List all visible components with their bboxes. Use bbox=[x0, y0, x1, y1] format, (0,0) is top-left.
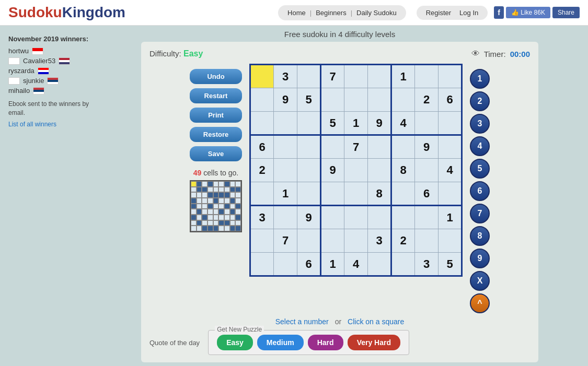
sudoku-cell[interactable]: 1 bbox=[274, 182, 297, 206]
sudoku-cell[interactable]: 7 bbox=[321, 65, 344, 88]
num-btn-6[interactable]: 6 bbox=[470, 181, 490, 201]
clear-button[interactable]: X bbox=[470, 271, 490, 291]
sudoku-cell[interactable] bbox=[250, 112, 274, 135]
nav-beginners[interactable]: Beginners bbox=[312, 7, 351, 18]
sudoku-cell[interactable]: 9 bbox=[368, 112, 391, 135]
sudoku-cell[interactable]: 6 bbox=[297, 253, 321, 276]
sudoku-cell[interactable] bbox=[344, 159, 368, 182]
sudoku-cell[interactable] bbox=[368, 65, 391, 88]
register-button[interactable]: Register bbox=[423, 8, 454, 18]
sudoku-cell[interactable]: 1 bbox=[321, 253, 344, 276]
fb-share-button[interactable]: Share bbox=[552, 7, 580, 18]
sudoku-cell[interactable]: 6 bbox=[415, 182, 439, 206]
fb-like-button[interactable]: 👍 Like 86K bbox=[506, 7, 550, 18]
sudoku-cell[interactable] bbox=[391, 182, 415, 206]
sudoku-cell[interactable] bbox=[274, 112, 297, 135]
sudoku-cell[interactable] bbox=[439, 65, 462, 88]
sudoku-cell[interactable]: 4 bbox=[391, 112, 415, 135]
sudoku-cell[interactable] bbox=[250, 253, 274, 276]
sudoku-cell[interactable] bbox=[368, 135, 391, 159]
sudoku-cell[interactable]: 6 bbox=[439, 88, 462, 112]
num-btn-5[interactable]: 5 bbox=[470, 159, 490, 179]
sudoku-cell[interactable]: 5 bbox=[439, 253, 462, 276]
easy-button[interactable]: Easy bbox=[217, 335, 253, 350]
sudoku-cell[interactable] bbox=[415, 206, 439, 229]
login-button[interactable]: Log In bbox=[456, 8, 481, 18]
sudoku-cell[interactable]: 1 bbox=[439, 206, 462, 229]
sudoku-cell[interactable] bbox=[368, 206, 391, 229]
sudoku-cell[interactable] bbox=[297, 229, 321, 253]
sudoku-cell[interactable] bbox=[321, 135, 344, 159]
sudoku-cell[interactable] bbox=[344, 88, 368, 112]
print-button[interactable]: Print bbox=[190, 108, 242, 123]
sudoku-cell[interactable] bbox=[391, 253, 415, 276]
sudoku-cell[interactable] bbox=[297, 65, 321, 88]
sudoku-cell[interactable] bbox=[368, 88, 391, 112]
sudoku-cell[interactable]: 2 bbox=[391, 229, 415, 253]
sudoku-cell[interactable] bbox=[344, 65, 368, 88]
sudoku-cell[interactable] bbox=[321, 206, 344, 229]
sudoku-cell[interactable] bbox=[368, 159, 391, 182]
sudoku-cell[interactable]: 9 bbox=[321, 159, 344, 182]
sudoku-cell[interactable] bbox=[439, 135, 462, 159]
sudoku-cell[interactable] bbox=[415, 112, 439, 135]
sudoku-cell[interactable] bbox=[368, 253, 391, 276]
sudoku-cell[interactable] bbox=[391, 135, 415, 159]
sudoku-cell[interactable]: 5 bbox=[297, 88, 321, 112]
save-button[interactable]: Save bbox=[190, 146, 242, 161]
undo-button[interactable]: Undo bbox=[190, 69, 242, 84]
sudoku-cell[interactable]: 9 bbox=[297, 206, 321, 229]
sudoku-cell[interactable] bbox=[297, 182, 321, 206]
sudoku-cell[interactable]: 8 bbox=[368, 182, 391, 206]
sudoku-cell[interactable]: 6 bbox=[250, 135, 274, 159]
sudoku-cell[interactable]: 9 bbox=[415, 135, 439, 159]
num-btn-4[interactable]: 4 bbox=[470, 136, 490, 156]
sudoku-cell[interactable] bbox=[274, 135, 297, 159]
sudoku-cell[interactable]: 9 bbox=[274, 88, 297, 112]
very-hard-button[interactable]: Very Hard bbox=[348, 335, 400, 350]
sudoku-cell[interactable] bbox=[321, 182, 344, 206]
restore-button[interactable]: Restore bbox=[190, 127, 242, 142]
sudoku-cell[interactable] bbox=[344, 206, 368, 229]
sudoku-cell[interactable] bbox=[391, 206, 415, 229]
restart-button[interactable]: Restart bbox=[190, 88, 242, 103]
sudoku-cell[interactable] bbox=[274, 159, 297, 182]
sudoku-cell[interactable]: 3 bbox=[274, 65, 297, 88]
sudoku-cell[interactable] bbox=[274, 206, 297, 229]
sudoku-cell[interactable] bbox=[297, 135, 321, 159]
sudoku-cell[interactable] bbox=[344, 182, 368, 206]
sudoku-cell[interactable]: 2 bbox=[415, 88, 439, 112]
eye-icon[interactable]: 👁 bbox=[471, 49, 480, 58]
sudoku-cell[interactable] bbox=[250, 88, 274, 112]
sudoku-cell[interactable]: 4 bbox=[344, 253, 368, 276]
num-btn-1[interactable]: 1 bbox=[470, 69, 490, 89]
sudoku-cell[interactable] bbox=[250, 229, 274, 253]
sudoku-cell[interactable] bbox=[344, 229, 368, 253]
sudoku-cell[interactable]: 3 bbox=[250, 206, 274, 229]
sudoku-cell[interactable] bbox=[250, 65, 274, 88]
sudoku-cell[interactable]: 8 bbox=[391, 159, 415, 182]
sudoku-grid[interactable]: 37195265194679298418639173261435 bbox=[249, 64, 463, 277]
sudoku-cell[interactable] bbox=[415, 65, 439, 88]
sudoku-cell[interactable]: 5 bbox=[321, 112, 344, 135]
sudoku-cell[interactable] bbox=[274, 253, 297, 276]
sudoku-cell[interactable]: 3 bbox=[368, 229, 391, 253]
sudoku-cell[interactable]: 3 bbox=[415, 253, 439, 276]
sudoku-cell[interactable]: 1 bbox=[391, 65, 415, 88]
sudoku-cell[interactable] bbox=[321, 88, 344, 112]
sudoku-cell[interactable]: 4 bbox=[439, 159, 462, 182]
num-btn-3[interactable]: 3 bbox=[470, 114, 490, 134]
num-btn-9[interactable]: 9 bbox=[470, 249, 490, 268]
sudoku-cell[interactable] bbox=[391, 88, 415, 112]
facebook-icon[interactable]: f bbox=[494, 6, 504, 19]
sudoku-cell[interactable] bbox=[415, 229, 439, 253]
sudoku-cell[interactable] bbox=[297, 159, 321, 182]
sudoku-cell[interactable]: 7 bbox=[344, 135, 368, 159]
num-btn-8[interactable]: 8 bbox=[470, 226, 490, 246]
num-btn-7[interactable]: 7 bbox=[470, 204, 490, 223]
hard-button[interactable]: Hard bbox=[308, 335, 343, 350]
sudoku-cell[interactable]: 1 bbox=[344, 112, 368, 135]
nav-daily[interactable]: Daily Sudoku bbox=[352, 7, 401, 18]
sudoku-cell[interactable] bbox=[439, 112, 462, 135]
sudoku-cell[interactable] bbox=[250, 182, 274, 206]
